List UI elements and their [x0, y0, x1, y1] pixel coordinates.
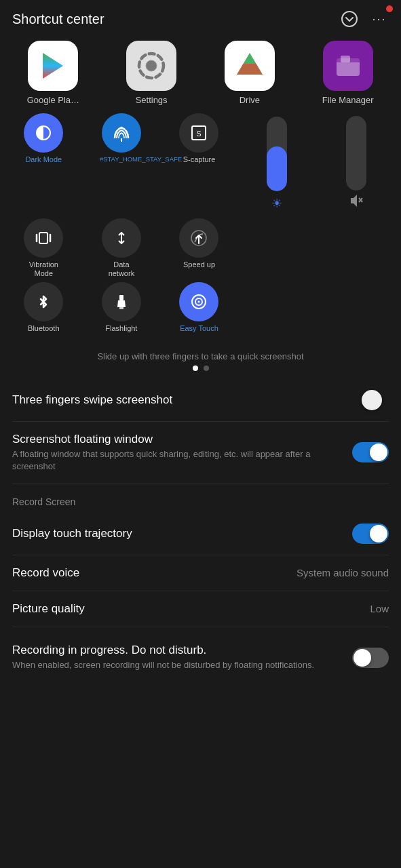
shortcut-dark-mode[interactable]: Dark Mode — [7, 113, 81, 214]
display-touch-title: Display touch trajectory — [12, 527, 352, 540]
page-title: Shortcut center — [12, 12, 104, 27]
record-voice-title: Record voice — [12, 566, 297, 580]
shortcut-stay-home[interactable]: #STAY_HOME_STAY_SAFE — [85, 113, 159, 214]
record-voice-left: Record voice — [12, 566, 297, 580]
easy-touch-icon — [179, 282, 218, 321]
record-voice-row[interactable]: Record voice System audio sound — [12, 555, 389, 591]
app-label-file-manager: File Manager — [322, 95, 374, 105]
app-label-google-play: Google Pla… — [27, 95, 79, 105]
picture-quality-title: Picture quality — [12, 602, 370, 616]
screenshot-window-row[interactable]: Screenshot floating window A floating wi… — [12, 422, 389, 484]
three-fingers-knob — [362, 390, 382, 410]
svg-text:S: S — [197, 130, 202, 138]
app-icon-file-manager — [323, 41, 373, 91]
bluetooth-label: Bluetooth — [28, 324, 59, 333]
shortcut-speed-up[interactable]: Speed up — [162, 218, 236, 278]
dark-mode-icon — [24, 113, 63, 153]
s-capture-icon: S — [179, 113, 218, 153]
svg-marker-8 — [237, 64, 263, 75]
vibration-icon — [24, 218, 63, 258]
app-grid: Google Pla… Settings Drive — [0, 35, 401, 111]
recording-progress-row[interactable]: Recording in progress. Do not disturb. W… — [12, 627, 389, 682]
dot-2 — [204, 366, 209, 371]
data-network-icon — [102, 218, 141, 258]
record-voice-value: System audio sound — [297, 567, 389, 578]
svg-rect-22 — [119, 295, 123, 300]
flashlight-label: Flashlight — [105, 324, 137, 333]
app-item-file-manager[interactable]: File Manager — [301, 41, 394, 105]
recording-progress-toggle[interactable] — [352, 648, 389, 668]
svg-point-26 — [198, 301, 200, 303]
picture-quality-left: Picture quality — [12, 602, 370, 616]
picture-quality-row[interactable]: Picture quality Low — [12, 591, 389, 627]
three-fingers-left: Three fingers swipe screenshot — [12, 393, 352, 407]
data-network-label: Data network — [100, 260, 143, 278]
app-label-drive: Drive — [240, 95, 260, 105]
page-dots — [0, 366, 401, 379]
svg-rect-17 — [39, 233, 47, 243]
shortcut-easy-touch[interactable]: Easy Touch — [162, 282, 236, 333]
dot-1 — [193, 366, 198, 371]
three-fingers-row[interactable]: Three fingers swipe screenshot — [12, 379, 389, 422]
app-item-drive[interactable]: Drive — [204, 41, 297, 105]
display-touch-row[interactable]: Display touch trajectory — [12, 513, 389, 555]
s-capture-label: S-capture — [183, 155, 216, 164]
picture-quality-value: Low — [370, 603, 389, 614]
recording-progress-sub: When enabled, screen recording will not … — [12, 659, 344, 671]
app-icon-google-play — [28, 41, 78, 91]
brightness-icon: ☀ — [271, 196, 282, 211]
screenshot-window-knob — [370, 443, 387, 461]
recording-progress-left: Recording in progress. Do not disturb. W… — [12, 644, 344, 671]
svg-rect-10 — [341, 56, 350, 62]
volume-slider[interactable] — [346, 116, 366, 191]
three-fingers-title: Three fingers swipe screenshot — [12, 393, 352, 407]
shortcut-data-network[interactable]: Data network — [85, 218, 159, 278]
brightness-slider-area[interactable]: ☀ — [239, 113, 316, 214]
svg-rect-23 — [119, 307, 123, 309]
recording-progress-knob — [354, 649, 371, 667]
screenshot-window-left: Screenshot floating window A floating wi… — [12, 433, 344, 473]
svg-point-0 — [342, 12, 357, 26]
settings-list: Three fingers swipe screenshot Screensho… — [0, 379, 401, 683]
three-fingers-toggle[interactable] — [352, 390, 389, 410]
screenshot-window-sub: A floating window that supports quick sh… — [12, 448, 344, 473]
svg-point-2 — [146, 60, 157, 71]
screenshot-window-title: Screenshot floating window — [12, 433, 344, 446]
screenshot-window-toggle[interactable] — [352, 442, 389, 462]
app-icon-drive — [225, 41, 275, 91]
speed-up-icon — [179, 218, 218, 258]
chevron-down-icon[interactable] — [340, 9, 359, 28]
shortcut-flashlight[interactable]: Flashlight — [85, 282, 159, 333]
mute-icon — [349, 193, 364, 212]
shortcut-vibration[interactable]: Vibration Mode — [7, 218, 81, 278]
app-icon-settings — [126, 41, 176, 91]
app-item-google-play[interactable]: Google Pla… — [7, 41, 100, 105]
shortcut-s-capture[interactable]: S S-capture — [162, 113, 236, 214]
header-actions: ··· — [340, 9, 389, 28]
record-screen-section: Record Screen — [12, 484, 389, 513]
stay-home-icon — [102, 113, 141, 153]
vibration-label: Vibration Mode — [22, 260, 65, 278]
app-label-settings: Settings — [136, 95, 168, 105]
recording-progress-title: Recording in progress. Do not disturb. — [12, 644, 344, 657]
app-item-settings[interactable]: Settings — [105, 41, 198, 105]
easy-touch-label: Easy Touch — [180, 324, 218, 333]
display-touch-toggle[interactable] — [352, 524, 389, 544]
volume-slider-area[interactable] — [318, 113, 394, 214]
header: Shortcut center ··· — [0, 0, 401, 35]
shortcut-section: Dark Mode #STAY_HOME_STAY_SAFE — [0, 111, 401, 343]
more-options-icon[interactable]: ··· — [370, 9, 389, 28]
dark-mode-label: Dark Mode — [25, 155, 62, 164]
shortcut-bluetooth[interactable]: Bluetooth — [7, 282, 81, 333]
display-touch-knob — [370, 525, 387, 542]
speed-up-label: Speed up — [183, 260, 215, 269]
bluetooth-icon — [24, 282, 63, 321]
hint-text: Slide up with three fingers to take a qu… — [0, 343, 401, 366]
stay-home-label: #STAY_HOME_STAY_SAFE — [100, 155, 143, 163]
svg-marker-1 — [43, 53, 63, 79]
brightness-slider[interactable] — [267, 117, 287, 191]
flashlight-icon — [102, 282, 141, 321]
recording-indicator — [386, 5, 393, 12]
display-touch-left: Display touch trajectory — [12, 527, 352, 540]
